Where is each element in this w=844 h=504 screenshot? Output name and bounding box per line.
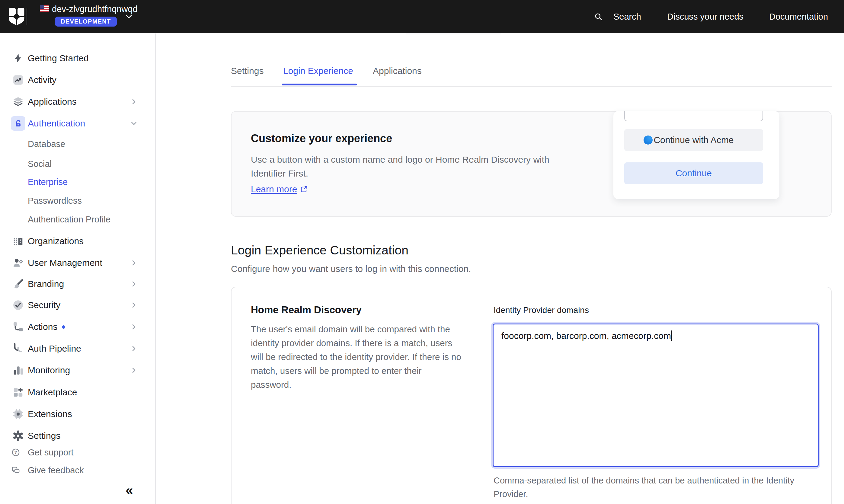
user-gear-icon: [11, 256, 25, 270]
hrd-title: Home Realm Discovery: [251, 304, 362, 316]
text-cursor: [671, 330, 672, 341]
sidebar-item-applications[interactable]: Applications: [0, 93, 155, 110]
help-circle-icon: ?: [12, 448, 20, 457]
sidebar-item-actions[interactable]: Actions: [0, 318, 155, 335]
paintbrush-icon: [11, 277, 25, 291]
svg-text:?: ?: [15, 450, 17, 455]
sidebar-item-label: Activity: [28, 75, 56, 85]
search-icon: [594, 12, 603, 21]
new-feature-dot: [62, 325, 65, 329]
sidebar-item-enterprise[interactable]: Enterprise: [0, 175, 155, 189]
tenant-switcher[interactable]: dev-zlvgrudhtfnqnwqd DEVELOPMENT: [36, 0, 138, 33]
tab-login-experience[interactable]: Login Experience: [283, 66, 353, 76]
activity-chart-icon: [11, 73, 25, 87]
chevron-right-icon: [132, 367, 136, 373]
chevron-right-icon: [132, 99, 136, 104]
chevron-down-icon: [131, 122, 137, 125]
sidebar-item-user-management[interactable]: User Management: [0, 254, 155, 271]
sidebar-item-social[interactable]: Social: [0, 157, 155, 171]
domains-value: foocorp.com, barcorp.com, acmecorp.com: [501, 331, 671, 341]
continue-with-acme-button[interactable]: Continue with Acme: [624, 129, 763, 151]
topbar-divider: [26, 8, 27, 25]
chevron-right-icon: [132, 302, 136, 308]
sidebar-item-label: Security: [28, 300, 60, 310]
bar-chart-icon: [11, 363, 25, 378]
auth0-logo-icon: [8, 7, 25, 26]
home-realm-discovery-card: Home Realm Discovery The user's email do…: [231, 287, 832, 504]
section-title: Login Experience Customization: [231, 243, 409, 257]
sidebar-item-label: Monitoring: [28, 365, 70, 375]
tab-settings[interactable]: Settings: [231, 66, 264, 76]
sidebar-item-label: Getting Started: [28, 53, 89, 64]
chat-bubbles-icon: [12, 466, 20, 475]
customize-card-description: Use a button with a custom name and logo…: [251, 153, 550, 180]
sidebar-item-label: Authentication: [28, 118, 85, 129]
topbar-documentation-link[interactable]: Documentation: [769, 0, 828, 33]
sidebar-item-get-support[interactable]: ? Get support: [0, 446, 155, 459]
sidebar-item-getting-started[interactable]: Getting Started: [0, 50, 155, 67]
sidebar-item-label: User Management: [28, 258, 102, 268]
lock-open-icon: [11, 116, 25, 131]
chevron-right-icon: [132, 324, 136, 329]
layers-icon: [11, 94, 25, 109]
tenant-name: dev-zlvgrudhtfnqnwqd: [52, 4, 138, 14]
login-preview-card: Continue with Acme Continue: [613, 111, 779, 199]
flow-connector-icon: [11, 320, 25, 334]
sidebar-item-label: Applications: [28, 96, 77, 107]
continue-button[interactable]: Continue: [624, 162, 763, 184]
chevron-right-icon: [132, 346, 136, 351]
learn-more-link[interactable]: Learn more: [251, 184, 308, 194]
sidebar-item-database[interactable]: Database: [0, 137, 155, 151]
sidebar-item-branding[interactable]: Branding: [0, 275, 155, 292]
scrolled-content-sliver: [406, 33, 501, 34]
topbar-search-button[interactable]: Search: [613, 0, 641, 33]
external-link-icon: [300, 185, 308, 193]
sidebar-item-organizations[interactable]: Organizations: [0, 233, 155, 250]
hrd-description: The user's email domain will be compared…: [251, 322, 464, 392]
sidebar-item-label: Marketplace: [28, 387, 77, 397]
customize-card-title: Customize your experience: [251, 132, 392, 145]
us-flag-icon: [40, 5, 49, 12]
sidebar-item-label: Organizations: [28, 236, 84, 246]
check-circle-icon: [11, 298, 25, 312]
grid-plus-icon: [11, 385, 25, 400]
environment-badge: DEVELOPMENT: [55, 17, 117, 26]
sidebar-item-label: Extensions: [28, 409, 72, 419]
sidebar-collapse-button[interactable]: «: [126, 484, 133, 497]
sidebar-footer-divider: [0, 475, 156, 475]
tab-applications[interactable]: Applications: [373, 66, 422, 76]
active-tab-underline: [282, 84, 357, 85]
sidebar-item-label: Auth Pipeline: [28, 343, 81, 354]
organization-building-icon: [11, 234, 25, 248]
sidebar-item-monitoring[interactable]: Monitoring: [0, 362, 155, 379]
preview-identifier-input[interactable]: [624, 111, 763, 121]
topbar: dev-zlvgrudhtfnqnwqd DEVELOPMENT Search …: [0, 0, 844, 33]
sidebar-item-security[interactable]: Security: [0, 297, 155, 313]
tab-bar-divider: [231, 86, 832, 87]
sidebar-item-authentication[interactable]: Authentication: [0, 115, 155, 132]
chevron-down-icon: [126, 15, 132, 19]
domains-help-text: Comma-separated list of the domains that…: [493, 474, 826, 501]
identity-provider-domains-label: Identity Provider domains: [493, 305, 589, 315]
sidebar-item-label: Settings: [28, 431, 60, 441]
sidebar-item-label: Actions: [28, 322, 57, 332]
topbar-discuss-link[interactable]: Discuss your needs: [667, 0, 743, 33]
sidebar-item-activity[interactable]: Activity: [0, 72, 155, 88]
identity-provider-domains-textarea[interactable]: foocorp.com, barcorp.com, acmecorp.com: [492, 324, 819, 467]
section-subtitle: Configure how you want users to log in w…: [231, 264, 471, 274]
chip-icon: [11, 407, 25, 421]
lightning-icon: [11, 51, 25, 66]
sidebar-item-label: Branding: [28, 279, 64, 289]
gear-icon: [11, 429, 25, 443]
sidebar-item-authentication-profile[interactable]: Authentication Profile: [0, 212, 155, 227]
sidebar: Getting Started Activity Applications: [0, 33, 156, 504]
pipeline-elbow-icon: [11, 341, 25, 356]
sidebar-item-passwordless[interactable]: Passwordless: [0, 194, 155, 208]
sidebar-item-auth-pipeline[interactable]: Auth Pipeline: [0, 340, 155, 357]
chevron-right-icon: [132, 260, 136, 266]
sidebar-item-extensions[interactable]: Extensions: [0, 406, 155, 422]
sidebar-item-marketplace[interactable]: Marketplace: [0, 384, 155, 401]
sidebar-item-settings[interactable]: Settings: [0, 427, 155, 444]
chevron-right-icon: [132, 281, 136, 287]
